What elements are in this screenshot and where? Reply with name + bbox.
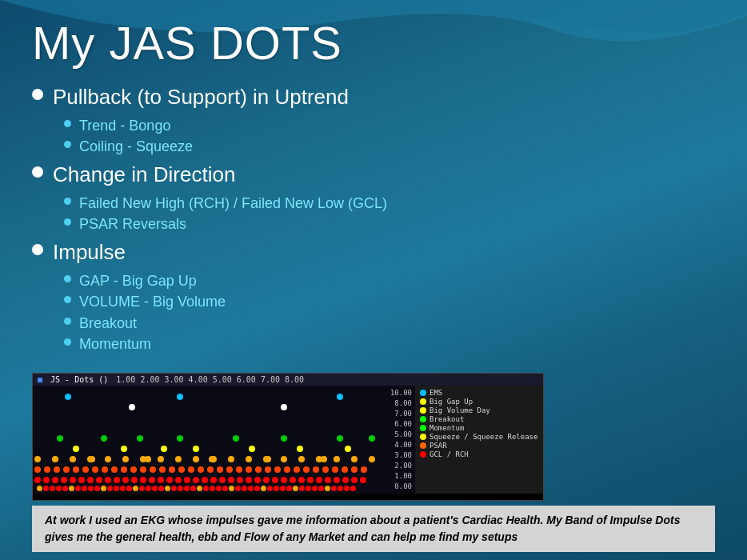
- chart-dot: [316, 477, 322, 483]
- chart-dot: [249, 446, 255, 452]
- chart-dot: [299, 486, 305, 491]
- sub-dot-breakout: [64, 318, 71, 325]
- chart-dot: [166, 477, 173, 483]
- chart-dot: [140, 466, 146, 473]
- chart-dot: [265, 456, 271, 462]
- sub-bullet-psar: PSAR Reversals: [64, 214, 715, 234]
- bullet-dot-change: [32, 166, 43, 178]
- chart-dot: [114, 486, 119, 491]
- chart-dot: [334, 477, 340, 483]
- chart-container: ■ JS - Dots () 1.00 2.00 3.00 4.00 5.00 …: [32, 373, 544, 501]
- bullet-impulse-text: Impulse: [53, 239, 126, 266]
- chart-dot: [254, 486, 260, 491]
- chart-dot: [158, 477, 164, 483]
- chart-dot: [101, 486, 106, 491]
- bullet-list: Pullback (to Support) in Uptrend Trend -…: [32, 84, 715, 368]
- chart-dot: [43, 477, 50, 483]
- bullet-change: Change in Direction: [32, 162, 715, 189]
- chart-dot: [158, 456, 164, 462]
- legend-dot-gcl: [420, 451, 426, 458]
- chart-dot: [255, 466, 262, 473]
- chart-dot: [280, 486, 286, 491]
- chart-dot: [149, 477, 155, 483]
- chart-dot: [34, 456, 41, 462]
- chart-dot: [207, 466, 214, 473]
- sub-bullet-breakout: Breakout: [64, 314, 715, 334]
- legend-gcl: GCL / RCH: [420, 450, 538, 458]
- legend-psar: PSAR: [420, 442, 538, 450]
- chart-dot: [298, 456, 305, 462]
- chart-dot: [152, 486, 158, 491]
- chart-dot: [242, 486, 247, 491]
- chart-dot: [226, 466, 233, 473]
- chart-dot: [219, 477, 226, 483]
- chart-dot: [281, 404, 287, 410]
- chart-dot: [337, 435, 343, 442]
- chart-dot: [233, 435, 239, 442]
- chart-dot: [73, 446, 79, 452]
- chart-dot: [37, 486, 42, 491]
- chart-dot: [145, 456, 151, 462]
- legend-dot-bigvolume: [420, 407, 426, 414]
- chart-dot: [188, 466, 194, 473]
- chart-dot: [82, 466, 89, 473]
- sub-dot-momentum: [64, 338, 71, 346]
- chart-dot: [361, 466, 367, 473]
- sub-bullet-gap: GAP - Big Gap Up: [64, 271, 715, 291]
- sub-bullet-trend: Trend - Bongo: [64, 116, 715, 136]
- bullet-impulse: Impulse: [32, 239, 715, 266]
- chart-dot: [303, 466, 310, 473]
- legend-breakout: Breakout: [420, 415, 538, 423]
- chart-dot: [286, 486, 292, 491]
- chart-dot: [198, 466, 204, 473]
- legend-label-momentum: Momentum: [429, 424, 464, 432]
- chart-dot: [342, 466, 348, 473]
- chart-dot: [312, 486, 318, 491]
- main-content: My JAS DOTS Pullback (to Support) in Upt…: [0, 0, 747, 560]
- chart-indicator-icon: ■: [38, 375, 42, 384]
- chart-dot: [281, 477, 287, 483]
- chart-dot: [70, 477, 76, 483]
- chart-legend-panel: EMS Big Gap Up Big Volume Day Breakout: [415, 386, 543, 494]
- sub-text-trend: Trend - Bongo: [79, 116, 170, 136]
- chart-header-label: JS - Dots (): [50, 375, 108, 384]
- chart-dot: [254, 477, 261, 483]
- chart-dot: [169, 466, 175, 473]
- chart-dot: [177, 394, 183, 400]
- chart-scale-right: 10.00 8.00 7.00 6.00 5.00 4.00 3.00 2.00…: [383, 386, 415, 494]
- chart-dot: [54, 466, 60, 473]
- chart-dot: [175, 477, 182, 483]
- legend-label-breakout: Breakout: [429, 415, 464, 423]
- sub-dot-gap: [64, 275, 71, 282]
- sub-bullets-impulse: GAP - Big Gap Up VOLUME - Big Volume Bre…: [64, 271, 715, 354]
- sub-dot-trend: [64, 120, 71, 127]
- chart-dot: [351, 466, 358, 473]
- chart-dot: [360, 477, 366, 483]
- chart-dot: [131, 477, 138, 483]
- chart-dot: [105, 477, 111, 483]
- legend-dot-ems: [420, 390, 426, 396]
- bullet-dot-impulse: [32, 244, 43, 255]
- chart-dot: [78, 477, 85, 483]
- legend-bigvolume: Big Volume Day: [420, 406, 538, 414]
- chart-dot: [87, 477, 94, 483]
- chart-dot: [293, 486, 298, 491]
- chart-dot: [34, 466, 41, 473]
- chart-dot: [178, 486, 183, 491]
- chart-dot: [350, 486, 356, 491]
- sub-text-momentum: Momentum: [79, 334, 151, 354]
- chart-dot: [184, 486, 190, 491]
- chart-dot: [150, 466, 156, 473]
- sub-bullets-pullback: Trend - Bongo Coiling - Squeeze: [64, 116, 715, 157]
- chart-dot: [57, 435, 63, 442]
- chart-dot: [338, 486, 343, 491]
- chart-dot: [101, 435, 107, 442]
- chart-dot: [107, 486, 113, 491]
- chart-dot: [322, 466, 329, 473]
- sub-dot-coiling: [64, 141, 71, 148]
- sub-bullets-change: Failed New High (RCH) / Failed New Low (…: [64, 194, 715, 234]
- sub-text-volume: VOLUME - Big Volume: [79, 292, 226, 312]
- chart-body: 10.00 8.00 7.00 6.00 5.00 4.00 3.00 2.00…: [33, 386, 543, 494]
- chart-dot: [126, 486, 132, 491]
- sub-dot-volume: [64, 296, 71, 303]
